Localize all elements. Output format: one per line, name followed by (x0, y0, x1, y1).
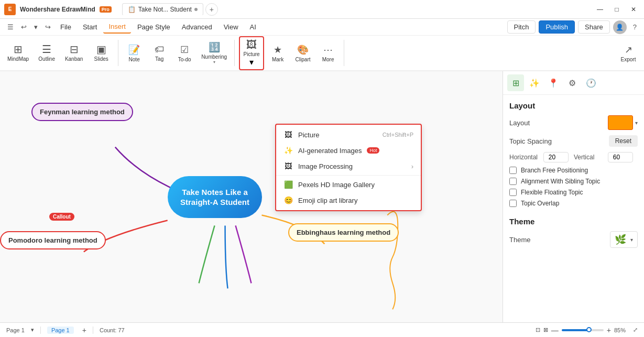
vertical-value-input[interactable] (608, 152, 633, 162)
submenu-arrow-icon: › (411, 162, 413, 170)
canvas[interactable]: Take Notes Like aStraight-A Student Feyn… (0, 71, 503, 322)
horizontal-value-input[interactable] (543, 152, 569, 162)
theme-selector[interactable]: 🌿 ▾ (610, 231, 638, 248)
help-icon[interactable]: ? (630, 22, 640, 32)
overlap-label: Topic Overlap (521, 200, 559, 207)
topic-feynman[interactable]: Feynman learning method (31, 103, 133, 121)
layout-row: Layout ▾ (509, 115, 638, 130)
tab-title: Take Not... Student (138, 6, 192, 13)
theme-dropdown-arrow[interactable]: ▾ (630, 237, 633, 243)
menu-insert[interactable]: Insert (103, 20, 131, 34)
publish-button[interactable]: Publish (539, 20, 575, 34)
panel-icon-settings[interactable]: ⚙ (564, 74, 581, 91)
avatar[interactable]: 👤 (613, 20, 627, 34)
ribbon-numbering[interactable]: 🔢 Numbering ▾ (198, 40, 230, 66)
panel-icon-history[interactable]: 🕐 (583, 74, 599, 91)
panel-icon-row: ⊞ ✨ 📍 ⚙ 🕐 (503, 71, 644, 95)
dropdown-item-ai-images[interactable]: ✨ AI-generated Images Hot (276, 143, 421, 158)
ribbon-picture[interactable]: 🖼 Picture ▾ (239, 36, 264, 70)
zoom-slider[interactable] (562, 329, 604, 331)
menu-advanced[interactable]: Advanced (177, 21, 217, 33)
app-logo: E (4, 4, 16, 15)
ribbon-divider-3 (344, 40, 344, 66)
todo-icon: ☑ (180, 44, 189, 56)
flexible-checkbox[interactable] (509, 189, 517, 196)
mark-icon: ★ (274, 44, 282, 56)
main-area: Take Notes Like aStraight-A Student Feyn… (0, 71, 644, 322)
add-page-button[interactable]: + (82, 326, 86, 334)
branch-free-checkbox[interactable] (509, 167, 517, 174)
callout-badge[interactable]: Callout (49, 213, 74, 221)
ribbon-more[interactable]: ⋯ More (316, 43, 340, 63)
panel-icon-location[interactable]: 📍 (545, 74, 562, 91)
undo-icon[interactable]: ↩ (18, 22, 30, 32)
picture-menu-icon: 🖼 (283, 131, 293, 139)
ribbon-mindmap[interactable]: ⊞ MindMap (4, 42, 32, 64)
maximize-button[interactable]: □ (610, 3, 623, 16)
pitch-button[interactable]: Pitch (507, 20, 536, 34)
ribbon-clipart[interactable]: 🎨 Clipart (291, 43, 314, 63)
hamburger-icon[interactable]: ☰ (4, 22, 17, 32)
dropdown-item-emoji[interactable]: 😊 Emoji clip art library (276, 192, 421, 208)
ribbon-tag[interactable]: 🏷 Tag (148, 43, 171, 63)
dropdown-item-pexels[interactable]: 🟩 Pexels HD Image Gallery (276, 177, 421, 192)
zoom-in-button[interactable]: + (607, 326, 611, 334)
reset-button[interactable]: Reset (609, 135, 638, 147)
tab-modified-dot (194, 8, 198, 11)
menu-start[interactable]: Start (78, 21, 102, 33)
center-node[interactable]: Take Notes Like aStraight-A Student (168, 176, 262, 218)
zoom-level-label: 85% (614, 327, 630, 333)
outline-icon: ☰ (42, 44, 51, 55)
layout-dropdown-arrow[interactable]: ▾ (635, 120, 638, 126)
alignment-checkbox[interactable] (509, 178, 517, 185)
numbering-icon: 🔢 (209, 41, 220, 53)
page-tab-1[interactable]: Page 1 (47, 327, 74, 334)
pro-badge: Pro (100, 6, 112, 13)
minimize-button[interactable]: — (594, 3, 606, 16)
dropdown-item-picture[interactable]: 🖼 Picture Ctrl+Shift+P (276, 127, 421, 143)
ribbon-divider-1 (118, 40, 118, 66)
layout-thumbnail[interactable] (608, 115, 633, 130)
topic-pomodoro[interactable]: Pomodoro learning method (0, 231, 106, 249)
close-button[interactable]: ✕ (627, 3, 640, 16)
zoom-out-button[interactable]: — (551, 326, 559, 334)
menu-page-style[interactable]: Page Style (132, 21, 176, 33)
app-name: Wondershare EdrawMind (20, 6, 95, 13)
topic-spacing-row: Topic Spacing Reset (509, 135, 638, 147)
zoom-slider-thumb[interactable] (586, 327, 592, 332)
ribbon-note[interactable]: 📝 Note (123, 43, 146, 63)
alignment-row: Alignment With Sibling Topic (509, 178, 638, 185)
more-icon: ⋯ (323, 44, 333, 56)
ribbon-outline[interactable]: ☰ Outline (34, 42, 59, 64)
ribbon-slides[interactable]: ▣ Slides (89, 42, 114, 64)
layout-section-title: Layout (509, 101, 638, 110)
pexels-menu-icon: 🟩 (283, 180, 293, 189)
overlap-row: Topic Overlap (509, 200, 638, 207)
horizontal-label: Horizontal (509, 154, 543, 161)
panel-icon-layout[interactable]: ⊞ (507, 74, 524, 91)
page-dropdown-icon[interactable]: ▾ (31, 327, 34, 333)
zoom-slider-fill (562, 329, 589, 331)
dropdown-item-image-processing[interactable]: 🖼 Image Processing › (276, 158, 421, 174)
active-tab[interactable]: 📋 Take Not... Student (122, 3, 203, 16)
menu-view[interactable]: View (219, 21, 244, 33)
fit-icon[interactable]: ⊡ (536, 327, 540, 333)
add-tab-button[interactable]: + (205, 3, 218, 16)
expand-icon[interactable]: ⤢ (633, 327, 638, 333)
page-label: Page 1 (6, 327, 25, 333)
undo-dropdown-icon[interactable]: ▾ (31, 22, 41, 32)
theme-section-title: Theme (509, 217, 638, 226)
share-button[interactable]: Share (578, 20, 610, 34)
topic-ebbinghaus[interactable]: Ebbinghaus learning method (288, 223, 399, 242)
menu-file[interactable]: File (55, 21, 77, 33)
ribbon-kanban[interactable]: ⊟ Kanban (61, 42, 86, 64)
overlap-checkbox[interactable] (509, 200, 517, 207)
ribbon-export[interactable]: ↗ Export (617, 43, 640, 63)
ribbon-mark[interactable]: ★ Mark (266, 43, 289, 63)
fit-page-icon[interactable]: ⊠ (543, 327, 548, 333)
redo-icon[interactable]: ↪ (42, 22, 54, 32)
ribbon-todo[interactable]: ☑ To-do (173, 43, 196, 63)
menu-ai[interactable]: AI (245, 21, 261, 33)
panel-icon-ai[interactable]: ✨ (526, 74, 543, 91)
top-right-buttons: Pitch Publish Share 👤 ? (507, 20, 640, 34)
